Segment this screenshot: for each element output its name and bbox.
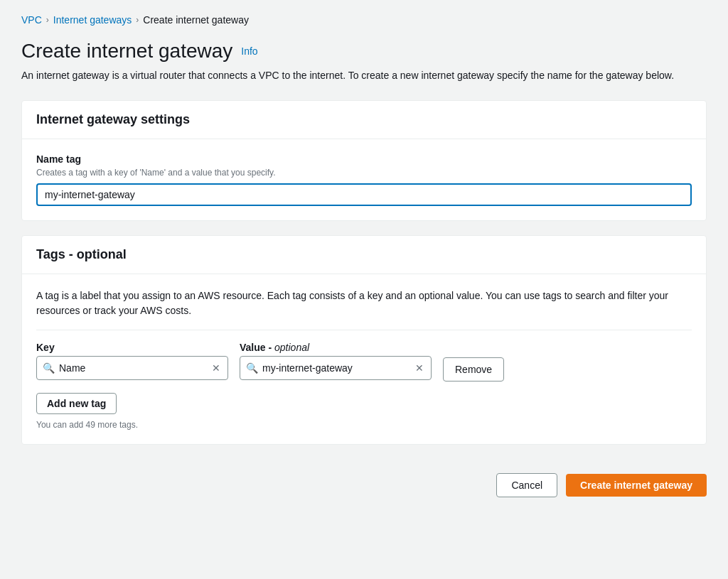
value-clear-icon[interactable]: ✕ [414, 362, 425, 374]
name-tag-description: Creates a tag with a key of 'Name' and a… [36, 168, 692, 178]
name-tag-field: Name tag Creates a tag with a key of 'Na… [36, 153, 692, 206]
key-clear-icon[interactable]: ✕ [210, 362, 222, 374]
info-link[interactable]: Info [241, 45, 257, 57]
settings-card-header: Internet gateway settings [22, 101, 706, 139]
value-field-group: Value - optional 🔍 ✕ [240, 342, 432, 380]
remove-tag-button[interactable]: Remove [443, 357, 504, 382]
key-field-group: Key 🔍 ✕ [36, 342, 228, 380]
cancel-button[interactable]: Cancel [496, 473, 557, 497]
key-search-icon: 🔍 [43, 362, 55, 374]
tags-description: A tag is a label that you assign to an A… [36, 288, 692, 318]
breadcrumb-sep-1: › [46, 15, 49, 25]
name-tag-label: Name tag [36, 153, 692, 165]
breadcrumb-internet-gateways[interactable]: Internet gateways [53, 14, 132, 26]
key-input-wrapper: 🔍 ✕ [36, 356, 228, 380]
name-tag-input[interactable] [36, 183, 692, 206]
tags-limit-text: You can add 49 more tags. [36, 420, 692, 430]
add-tag-button[interactable]: Add new tag [36, 393, 117, 414]
breadcrumb-sep-2: › [136, 15, 139, 25]
page-description: An internet gateway is a virtual router … [21, 68, 704, 83]
tags-card-header: Tags - optional [22, 236, 706, 274]
tags-card: Tags - optional A tag is a label that yo… [21, 235, 707, 445]
key-label: Key [36, 342, 228, 353]
settings-card: Internet gateway settings Name tag Creat… [21, 100, 707, 221]
settings-card-body: Name tag Creates a tag with a key of 'Na… [22, 139, 706, 220]
tags-divider [36, 330, 692, 330]
tags-card-body: A tag is a label that you assign to an A… [22, 274, 706, 444]
breadcrumb: VPC › Internet gateways › Create interne… [21, 14, 707, 26]
value-label: Value - optional [240, 342, 432, 353]
value-input[interactable] [262, 362, 414, 374]
key-input[interactable] [59, 362, 210, 374]
value-input-wrapper: 🔍 ✕ [240, 356, 432, 380]
page-title-wrapper: Create internet gateway Info [21, 40, 707, 63]
create-internet-gateway-button[interactable]: Create internet gateway [566, 474, 707, 497]
value-search-icon: 🔍 [246, 362, 258, 374]
page-title: Create internet gateway [21, 40, 232, 63]
footer-actions: Cancel Create internet gateway [21, 459, 707, 504]
breadcrumb-vpc[interactable]: VPC [21, 14, 42, 26]
tags-card-title: Tags - optional [36, 247, 127, 261]
breadcrumb-current: Create internet gateway [143, 14, 249, 26]
tags-row: Key 🔍 ✕ Value - optional 🔍 ✕ [36, 342, 692, 382]
settings-card-title: Internet gateway settings [36, 112, 190, 126]
page-wrapper: VPC › Internet gateways › Create interne… [0, 0, 728, 579]
